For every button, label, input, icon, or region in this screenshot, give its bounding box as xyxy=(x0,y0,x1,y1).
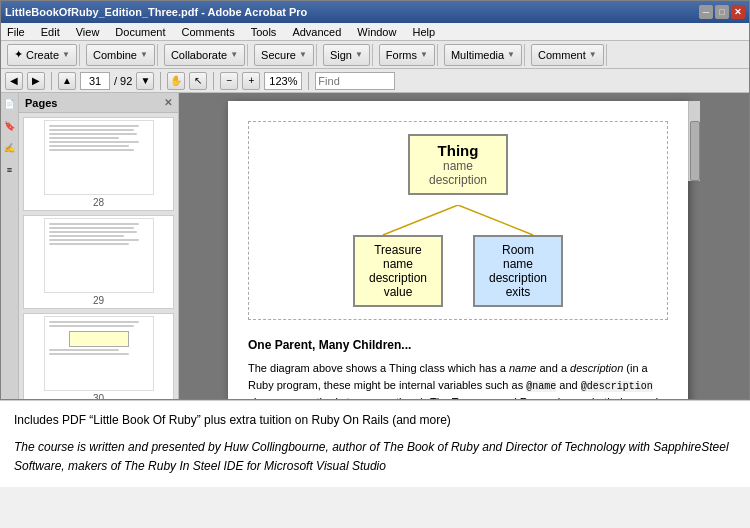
sidebar-close-button[interactable]: ✕ xyxy=(164,97,172,108)
zoom-in-button[interactable]: + xyxy=(242,72,260,90)
pages-icon[interactable]: 📄 xyxy=(3,97,17,111)
minimize-button[interactable]: ─ xyxy=(699,5,713,19)
nav-separator-4 xyxy=(308,72,309,90)
select-tool[interactable]: ↖ xyxy=(189,72,207,90)
page-thumb-28[interactable]: 28 xyxy=(23,117,174,211)
treasure-class-box: Treasure name description value xyxy=(353,235,443,307)
combine-arrow: ▼ xyxy=(140,50,148,59)
create-button[interactable]: ✦ Create ▼ xyxy=(7,44,77,66)
create-icon: ✦ xyxy=(14,48,23,61)
create-group: ✦ Create ▼ xyxy=(5,44,80,66)
menu-window[interactable]: Window xyxy=(353,25,400,39)
comment-button[interactable]: Comment ▼ xyxy=(531,44,604,66)
thumb-img-29 xyxy=(44,218,154,293)
comment-group: Comment ▼ xyxy=(529,44,607,66)
room-class-box: Room name description exits xyxy=(473,235,563,307)
page-thumb-30[interactable]: 30 xyxy=(23,313,174,399)
next-page-button[interactable]: ▼ xyxy=(136,72,154,90)
window-controls: ─ □ ✕ xyxy=(699,5,745,19)
toolbar: ✦ Create ▼ Combine ▼ Collaborate ▼ Secur… xyxy=(1,41,749,69)
thing-class-name: Thing xyxy=(426,142,490,159)
thumb-lines-29 xyxy=(49,223,149,247)
connector-svg xyxy=(308,205,608,235)
treasure-field-value: value xyxy=(367,285,429,299)
thumb-img-28 xyxy=(44,120,154,195)
signatures-icon[interactable]: ✍ xyxy=(3,141,17,155)
sign-arrow: ▼ xyxy=(355,50,363,59)
room-class-name: Room xyxy=(487,243,549,257)
thing-class-box: Thing name description xyxy=(408,134,508,195)
menu-tools[interactable]: Tools xyxy=(247,25,281,39)
forms-group: Forms ▼ xyxy=(377,44,438,66)
maximize-button[interactable]: □ xyxy=(715,5,729,19)
class-diagram: Thing name description Treasure xyxy=(248,121,668,320)
collaborate-button[interactable]: Collaborate ▼ xyxy=(164,44,245,66)
secure-arrow: ▼ xyxy=(299,50,307,59)
bookmarks-icon[interactable]: 🔖 xyxy=(3,119,17,133)
menu-advanced[interactable]: Advanced xyxy=(288,25,345,39)
thing-field-description: description xyxy=(426,173,490,187)
svg-line-0 xyxy=(383,205,458,235)
secure-button[interactable]: Secure ▼ xyxy=(254,44,314,66)
back-button[interactable]: ◀ xyxy=(5,72,23,90)
window-title: LittleBookOfRuby_Edition_Three.pdf - Ado… xyxy=(5,6,307,18)
nav-separator-3 xyxy=(213,72,214,90)
page-thumb-29[interactable]: 29 xyxy=(23,215,174,309)
room-field-exits: exits xyxy=(487,285,549,299)
treasure-field-name: name xyxy=(367,257,429,271)
multimedia-group: Multimedia ▼ xyxy=(442,44,525,66)
thumb-lines-30 xyxy=(49,321,149,357)
room-field-description: description xyxy=(487,271,549,285)
multimedia-arrow: ▼ xyxy=(507,50,515,59)
hand-tool[interactable]: ✋ xyxy=(167,72,185,90)
page-number-input[interactable] xyxy=(80,72,110,90)
thumb-lines-28 xyxy=(49,125,149,153)
sidebar-header: Pages ✕ xyxy=(19,93,178,113)
layers-icon[interactable]: ≡ xyxy=(3,163,17,177)
code-at-desc: @description xyxy=(581,381,653,392)
caption-line-1: Includes PDF “Little Book Of Ruby” plus … xyxy=(14,411,736,430)
zoom-out-button[interactable]: − xyxy=(220,72,238,90)
code-at-name: @name xyxy=(526,381,556,392)
vertical-scrollbar[interactable] xyxy=(688,101,700,181)
close-button[interactable]: ✕ xyxy=(731,5,745,19)
main-area: 📄 🔖 ✍ ≡ Pages ✕ xyxy=(1,93,749,399)
sign-button[interactable]: Sign ▼ xyxy=(323,44,370,66)
page-subtitle: One Parent, Many Children... xyxy=(248,336,668,354)
pdf-page: Thing name description Treasure xyxy=(228,101,688,399)
prev-page-button[interactable]: ▲ xyxy=(58,72,76,90)
thumb-label-30: 30 xyxy=(93,393,104,399)
diagram-top: Thing name description xyxy=(408,134,508,195)
room-field-name: name xyxy=(487,257,549,271)
forms-arrow: ▼ xyxy=(420,50,428,59)
left-icon-strip: 📄 🔖 ✍ ≡ xyxy=(1,93,19,399)
page-total-label: / 92 xyxy=(114,75,132,87)
zoom-input[interactable] xyxy=(264,72,302,90)
menu-document[interactable]: Document xyxy=(111,25,169,39)
application-window: LittleBookOfRuby_Edition_Three.pdf - Ado… xyxy=(0,0,750,400)
sign-group: Sign ▼ xyxy=(321,44,373,66)
page-body: The diagram above shows a Thing class wh… xyxy=(248,360,668,399)
sidebar: Pages ✕ xyxy=(19,93,179,399)
menu-comments[interactable]: Comments xyxy=(178,25,239,39)
find-input[interactable] xyxy=(315,72,395,90)
page-content-area: Thing name description Treasure xyxy=(179,93,749,399)
combine-button[interactable]: Combine ▼ xyxy=(86,44,155,66)
treasure-class-name: Treasure xyxy=(367,243,429,257)
create-arrow: ▼ xyxy=(62,50,70,59)
menu-help[interactable]: Help xyxy=(408,25,439,39)
nav-bar: ◀ ▶ ▲ / 92 ▼ ✋ ↖ − + xyxy=(1,69,749,93)
menu-file[interactable]: File xyxy=(3,25,29,39)
menu-view[interactable]: View xyxy=(72,25,104,39)
thumb-label-29: 29 xyxy=(93,295,104,306)
collaborate-group: Collaborate ▼ xyxy=(162,44,248,66)
scrollbar-thumb[interactable] xyxy=(690,121,700,181)
menu-bar: File Edit View Document Comments Tools A… xyxy=(1,23,749,41)
menu-edit[interactable]: Edit xyxy=(37,25,64,39)
forms-button[interactable]: Forms ▼ xyxy=(379,44,435,66)
multimedia-button[interactable]: Multimedia ▼ xyxy=(444,44,522,66)
nav-separator-2 xyxy=(160,72,161,90)
thing-field-name: name xyxy=(426,159,490,173)
forward-button[interactable]: ▶ xyxy=(27,72,45,90)
svg-line-1 xyxy=(458,205,533,235)
